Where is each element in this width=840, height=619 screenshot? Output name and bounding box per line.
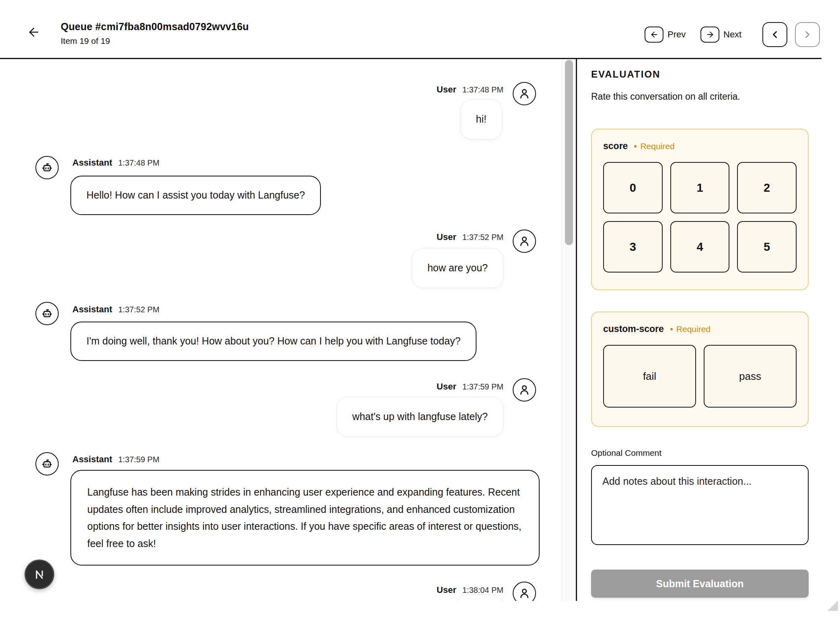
user-icon [518, 235, 531, 248]
next-button[interactable] [700, 27, 719, 43]
prev-button[interactable] [645, 27, 663, 43]
nextjs-dev-badge[interactable] [25, 560, 54, 589]
sender-name: User [437, 232, 456, 242]
score-option-5[interactable]: 5 [737, 221, 797, 273]
page-title: Queue #cmi7fba8n00msad0792wvv16u [61, 21, 249, 33]
required-badge: Required [670, 324, 711, 334]
user-icon [518, 587, 531, 600]
timestamp: 1:37:48 PM [462, 85, 503, 94]
timestamp: 1:37:59 PM [462, 382, 503, 391]
chat-scrollbar-track[interactable] [561, 59, 576, 601]
item-counter: Item 19 of 19 [61, 36, 249, 46]
required-label: Required [676, 324, 711, 334]
chat-scrollbar-thumb[interactable] [565, 60, 573, 245]
robot-icon [41, 161, 53, 174]
comment-label: Optional Comment [591, 448, 661, 458]
message-meta: Assistant 1:37:52 PM [72, 304, 159, 315]
user-icon [518, 383, 531, 396]
avatar [35, 452, 59, 476]
prev-nav: Prev [645, 27, 686, 43]
pager-next-button[interactable] [795, 22, 820, 47]
required-label: Required [640, 141, 674, 151]
avatar [35, 302, 59, 325]
resize-grip-icon[interactable] [828, 601, 838, 611]
criterion-header: custom-score Required [603, 324, 797, 334]
sender-name: Assistant [72, 454, 112, 465]
message-meta: Assistant 1:37:59 PM [72, 454, 159, 465]
avatar [513, 378, 536, 402]
sender-name: User [437, 381, 456, 392]
timestamp: 1:37:52 PM [118, 305, 159, 314]
title-block: Queue #cmi7fba8n00msad0792wvv16u Item 19… [61, 21, 249, 46]
evaluation-subheading: Rate this conversation on all criteria. [591, 91, 740, 102]
chevron-left-icon [769, 29, 780, 40]
dot-icon [670, 328, 673, 330]
sender-name: User [437, 585, 456, 595]
custom-score-options: fail pass [603, 345, 797, 408]
score-option-3[interactable]: 3 [603, 221, 663, 273]
score-option-1[interactable]: 1 [670, 162, 730, 213]
n-logo-icon [32, 567, 47, 582]
timestamp: 1:38:04 PM [462, 586, 503, 595]
dot-icon [634, 145, 637, 148]
avatar [35, 156, 59, 179]
timestamp: 1:37:48 PM [118, 158, 159, 168]
message-meta: User 1:38:04 PM [437, 585, 503, 595]
message-meta: User 1:37:59 PM [437, 381, 503, 392]
custom-score-option-pass[interactable]: pass [704, 345, 797, 408]
criterion-name: score [603, 141, 628, 152]
robot-icon [41, 457, 53, 470]
score-option-2[interactable]: 2 [737, 162, 797, 213]
arrow-left-icon [27, 25, 41, 39]
chat-bubble: Hello! How can I assist you today with L… [70, 176, 321, 215]
annotation-queue-page: Queue #cmi7fba8n00msad0792wvv16u Item 19… [0, 0, 840, 619]
evaluation-heading: EVALUATION [591, 69, 660, 80]
timestamp: 1:37:59 PM [118, 455, 159, 464]
chat-bubble-clipped [456, 594, 504, 601]
header: Queue #cmi7fba8n00msad0792wvv16u Item 19… [0, 0, 840, 59]
chat-bubble: how are you? [412, 248, 503, 288]
score-options: 0 1 2 3 4 5 [603, 162, 797, 273]
next-nav: Next [700, 27, 741, 43]
submit-evaluation-button[interactable]: Submit Evaluation [591, 570, 809, 598]
avatar [513, 582, 536, 601]
score-option-0[interactable]: 0 [603, 162, 663, 213]
avatar [513, 230, 536, 253]
next-label: Next [723, 29, 741, 40]
sender-name: Assistant [72, 158, 112, 168]
chevron-right-icon [802, 29, 813, 40]
conversation-panel: User 1:37:48 PM hi! Assistant 1:37:48 PM… [0, 59, 562, 601]
sender-name: Assistant [72, 304, 112, 315]
user-icon [518, 87, 531, 100]
arrow-right-icon [706, 30, 715, 39]
message-meta: User 1:37:48 PM [437, 84, 503, 95]
avatar [513, 82, 536, 105]
message-meta: Assistant 1:37:48 PM [72, 158, 159, 168]
message-meta: User 1:37:52 PM [437, 232, 503, 242]
chat-bubble: Langfuse has been making strides in enha… [70, 470, 540, 566]
panel-divider [576, 59, 577, 601]
back-button[interactable] [25, 23, 43, 41]
criterion-name: custom-score [603, 324, 664, 334]
score-option-4[interactable]: 4 [670, 221, 730, 273]
criterion-card-score: score Required 0 1 2 3 4 5 [591, 129, 809, 290]
criterion-card-custom-score: custom-score Required fail pass [591, 312, 809, 427]
required-badge: Required [634, 141, 674, 151]
evaluation-panel: EVALUATION Rate this conversation on all… [577, 59, 840, 601]
pager-previous-button[interactable] [762, 22, 787, 47]
prev-label: Prev [667, 29, 686, 40]
arrow-left-icon [650, 30, 659, 39]
custom-score-option-fail[interactable]: fail [603, 345, 696, 408]
sender-name: User [437, 84, 456, 95]
chat-bubble: I'm doing well, thank you! How about you… [70, 322, 476, 361]
chat-bubble: what's up with langfuse lately? [337, 397, 503, 437]
comment-input[interactable] [591, 465, 809, 545]
robot-icon [41, 307, 53, 320]
criterion-header: score Required [603, 141, 797, 152]
timestamp: 1:37:52 PM [462, 233, 503, 242]
chat-bubble: hi! [460, 99, 502, 139]
